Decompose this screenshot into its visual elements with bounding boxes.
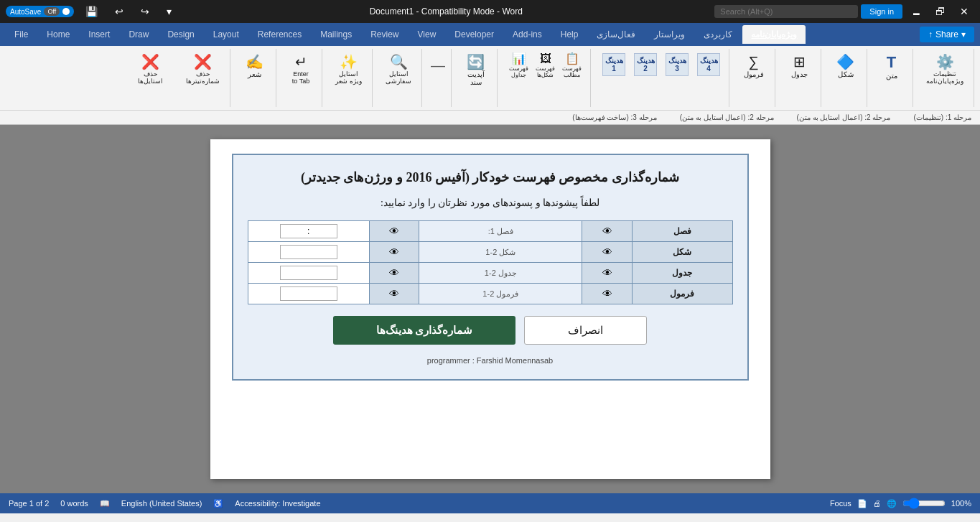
custom-style-button[interactable]: 🔍 استایلسفارشی [381,52,416,88]
row2-input[interactable] [280,245,337,259]
heading2-button[interactable]: هدینگ2 [631,52,660,78]
row3-preview: جدول 2-1 [419,263,582,284]
autosave-label: AutoSave [10,8,41,16]
del-styles-icon: ❌ [141,55,159,69]
toc-label: فهرستمطالب [562,65,582,78]
zoom-slider[interactable] [902,498,946,509]
tab-help[interactable]: Help [552,25,587,44]
enter-tab-button[interactable]: ↵ Enterto Tab [288,52,314,88]
row1-eye-left[interactable]: 👁 [369,221,419,242]
row3-input[interactable] [280,266,337,280]
update-button[interactable]: 🔄 آپدیتسند [462,52,489,89]
heading1-button[interactable]: هدینگ1 [599,52,628,78]
heading4-button[interactable]: هدینگ4 [694,52,723,78]
cancel-button[interactable]: انصراف [524,316,647,345]
dialog-title: شماره‌گذاری مخصوص فهرست خودکار (آفیس 201… [248,169,733,185]
number-headings-button[interactable]: شماره‌گذاری هدینگ‌ها [333,316,516,345]
formula-button[interactable]: ∑ فرمول [739,52,768,81]
tab-references[interactable]: References [249,25,310,44]
undo-button[interactable]: ↩ [109,3,129,20]
row4-eye-right[interactable]: 👁 [582,284,633,304]
row2-eye-left[interactable]: 👁 [369,242,419,263]
view-print-icon[interactable]: 🖨 [873,499,881,508]
del-heading-icon: ❌ [194,55,212,69]
row1-eye-right[interactable]: 👁 [582,221,633,242]
customize-button[interactable]: ▾ [161,3,177,20]
row4-eye-left[interactable]: 👁 [369,284,419,304]
accessibility-status[interactable]: Accessibility: Investigate [235,499,320,508]
status-bar-right: Focus 📄 🖨 🌐 100% [830,498,971,509]
accessibility-icon[interactable]: ♿ [213,499,223,508]
tab-home[interactable]: Home [38,25,78,44]
tab-editor[interactable]: ویراستار [645,25,694,44]
heading1-icon: هدینگ1 [602,53,625,76]
row1-label: فصل [632,221,732,242]
table-row: جدول 👁 جدول 2-1 👁 [248,263,732,284]
row2-input-cell [248,242,369,263]
settings-button[interactable]: ⚙️ تنظیماتویژه‌پایان‌نامه [922,52,968,88]
row3-eye-left[interactable]: 👁 [369,263,419,284]
view-web-icon[interactable]: 🌐 [887,499,897,508]
tab-view[interactable]: View [409,25,445,44]
shape-button[interactable]: 🔷 شکل [832,52,859,81]
toc-button[interactable]: 📋 فهرستمطالب [559,52,584,80]
tab-review[interactable]: Review [362,25,407,44]
tab-file[interactable]: File [6,25,37,44]
minimize-button[interactable]: 🗕 [905,3,927,20]
poetry-style-icon: ✨ [340,55,358,69]
focus-label[interactable]: Focus [830,499,851,508]
ribbon-group-del-heading: ❌ حذفشماره‌تیترها [176,49,230,107]
tab-insert[interactable]: Insert [80,25,118,44]
formula-label: فرمول [744,70,764,78]
tab-draw[interactable]: Draw [120,25,157,44]
heading3-button[interactable]: هدینگ3 [663,52,691,78]
autosave-toggle[interactable]: AutoSave Off [6,6,74,17]
table-button[interactable]: ⊞ جدول [787,52,812,81]
redo-button[interactable]: ↪ [135,3,155,20]
tab-developer[interactable]: Developer [446,25,503,44]
tab-addins[interactable]: Add-ins [504,25,551,44]
row4-preview: فرمول 2-1 [419,284,582,304]
title-bar: AutoSave Off 💾 ↩ ↪ ▾ Document1 - Compati… [0,0,980,23]
row2-eye-right[interactable]: 👁 [582,242,633,263]
poetry-label: شعر [248,70,261,78]
share-button[interactable]: ↑ Share ▾ [920,27,974,42]
sign-in-button[interactable]: Sign in [861,4,902,19]
figure-list-button[interactable]: 🖼 فهرستشکل‌ها [533,52,558,80]
tab-activate[interactable]: فعال‌سازی [588,25,644,44]
view-read-icon[interactable]: 📄 [857,499,867,508]
document-title: Document1 - Compatibility Mode - Word [370,6,523,17]
table-list-button[interactable]: 📊 فهرستجداول [506,52,531,80]
table-row: فرمول 👁 فرمول 2-1 👁 [248,284,732,304]
del-heading-button[interactable]: ❌ حذفشماره‌تیترها [182,52,224,88]
poetry-style-button[interactable]: ✨ استایلویژه شعر [331,52,366,88]
share-label: Share [935,29,958,39]
update-label: آپدیتسند [467,70,485,86]
table-icon: ⊞ [793,55,806,69]
zoom-level[interactable]: 100% [951,499,971,508]
close-button[interactable]: ✕ [954,3,974,20]
row2-label: شکل [632,242,732,263]
row3-eye-right[interactable]: 👁 [582,263,633,284]
row4-input[interactable] [280,286,337,301]
enter-tab-icon: ↵ [295,55,307,69]
tab-mailings[interactable]: Mailings [312,25,360,44]
proofing-icon[interactable]: 📖 [100,499,110,508]
tab-design[interactable]: Design [159,25,202,44]
text-button[interactable]: T متن [882,52,902,83]
text-label: متن [886,72,897,80]
language[interactable]: English (United States) [121,499,202,508]
poetry-icon: ✍️ [246,55,263,69]
title-bar-right: Sign in 🗕 🗗 ✕ [714,3,974,20]
restore-button[interactable]: 🗗 [930,3,951,20]
ribbon-group-update: 🔄 آپدیتسند [454,49,498,107]
tab-thesis[interactable]: ویژه‌پایان‌نامه [742,25,806,44]
poetry-button[interactable]: ✍️ شعر [241,52,268,81]
ribbon-group-headings: هدینگ4 هدینگ3 هدینگ2 هدینگ1 [594,49,729,107]
tab-tools[interactable]: کاربردی [695,25,741,44]
search-input[interactable] [714,5,858,18]
tab-layout[interactable]: Layout [205,25,248,44]
row1-input[interactable] [280,224,337,238]
save-button[interactable]: 💾 [80,3,103,20]
del-styles-button[interactable]: ❌ حذفاستایل‌ها [134,52,167,88]
